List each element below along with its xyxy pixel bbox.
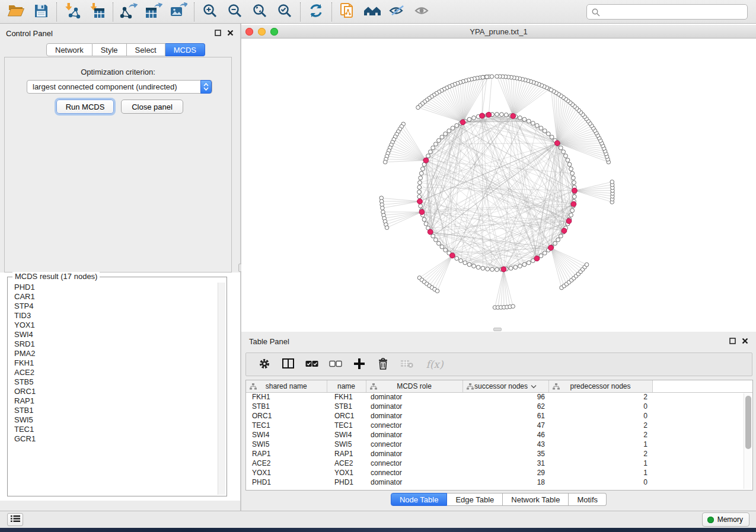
memory-label: Memory	[717, 515, 743, 524]
table-row[interactable]: SWI4SWI4dominator462	[246, 430, 752, 440]
memory-status-icon	[707, 517, 714, 523]
tab-mcds[interactable]: MCDS	[165, 43, 205, 56]
window-minimize-traffic-light[interactable]	[258, 28, 266, 36]
export-image-icon	[170, 2, 187, 21]
zoom-fit-button[interactable]	[247, 2, 272, 22]
float-panel-button[interactable]	[214, 29, 222, 37]
column-header-predecessor-nodes[interactable]: predecessor nodes	[548, 380, 652, 392]
save-session-button[interactable]	[28, 2, 53, 22]
float-table-panel-button[interactable]	[729, 337, 736, 345]
add-column-button[interactable]	[352, 355, 367, 373]
table-row[interactable]: ACE2ACE2connector311	[246, 459, 752, 468]
optimization-criterion-select[interactable]: largest connected component (undirected)	[27, 80, 212, 94]
column-header-name[interactable]: name	[327, 380, 366, 392]
tab-motifs[interactable]: Motifs	[569, 493, 607, 506]
list-item[interactable]: TID3	[9, 311, 216, 321]
table-row[interactable]: PHD1PHD1dominator180	[246, 477, 752, 487]
list-item[interactable]: RAP1	[9, 396, 216, 406]
open-session-button[interactable]	[4, 2, 28, 22]
apply-layout-button[interactable]	[304, 2, 328, 22]
tab-style[interactable]: Style	[92, 43, 127, 56]
table-scrollbar-thumb[interactable]	[745, 396, 751, 449]
list-item[interactable]: CAR1	[9, 292, 216, 302]
tab-edge-table[interactable]: Edge Table	[447, 493, 503, 506]
list-item[interactable]: ORC1	[9, 387, 216, 396]
function-builder-button[interactable]: f(x)	[423, 355, 446, 373]
tab-network-table[interactable]: Network Table	[503, 493, 569, 506]
horizontal-splitter[interactable]	[493, 328, 502, 331]
zoom-selected-button[interactable]	[272, 2, 297, 22]
table-row[interactable]: SWI5SWI5connector431	[246, 440, 752, 449]
list-item[interactable]: STP4	[9, 302, 216, 311]
list-item[interactable]: STB5	[9, 377, 216, 387]
export-network-button[interactable]	[116, 2, 141, 22]
zoom-fit-icon	[252, 3, 267, 20]
mcds-result-list[interactable]: PHD1CAR1STP4TID3YOX1SWI4SRD1PMA2FKH1ACE2…	[9, 283, 216, 495]
copy-network-button[interactable]	[335, 2, 360, 22]
split-table-view-button[interactable]	[280, 355, 296, 373]
tab-network[interactable]: Network	[46, 43, 92, 56]
tab-select[interactable]: Select	[127, 43, 165, 56]
table-panel-tabs: Node TableEdge TableNetwork TableMotifs	[241, 493, 756, 506]
list-item[interactable]: SWI4	[9, 330, 216, 339]
hide-selected-button[interactable]	[385, 2, 410, 22]
column-header-successor-nodes[interactable]: successor nodes	[462, 380, 548, 392]
window-close-traffic-light[interactable]	[245, 28, 253, 36]
column-header-shared-name[interactable]: shared name	[246, 380, 327, 392]
run-mcds-button[interactable]: Run MCDS	[56, 100, 114, 114]
list-item[interactable]: FKH1	[9, 358, 216, 368]
column-header-mcds-role[interactable]: MCDS role	[366, 380, 462, 392]
mcds-result-groupbox: MCDS result (17 nodes) PHD1CAR1STP4TID3Y…	[7, 277, 227, 496]
table-scrollbar[interactable]	[744, 393, 752, 489]
list-item[interactable]: ACE2	[9, 368, 216, 377]
list-item[interactable]: SWI5	[9, 415, 216, 425]
mcds-list-scrollbar[interactable]	[218, 283, 225, 495]
list-item[interactable]: TEC1	[9, 425, 216, 434]
list-item[interactable]: YOX1	[9, 321, 216, 330]
table-row[interactable]: RAP1RAP1dominator352	[246, 449, 752, 459]
plus-icon	[354, 358, 365, 371]
zoom-out-button[interactable]	[222, 2, 247, 22]
export-table-button[interactable]	[141, 2, 166, 22]
desktop-wallpaper	[0, 528, 756, 532]
list-item[interactable]: SRD1	[9, 339, 216, 349]
list-item[interactable]: STB1	[9, 406, 216, 415]
window-zoom-traffic-light[interactable]	[270, 28, 278, 36]
delete-column-button[interactable]	[375, 355, 391, 373]
import-network-button[interactable]	[60, 2, 85, 22]
ui-settings-button[interactable]	[7, 513, 23, 526]
list-item[interactable]: GCR1	[9, 434, 216, 444]
gear-icon	[259, 358, 270, 371]
main-toolbar	[0, 0, 756, 24]
table-row[interactable]: TEC1TEC1connector472	[246, 421, 752, 430]
table-settings-button[interactable]	[257, 355, 272, 373]
close-panel-button-mcds[interactable]: Close panel	[121, 100, 183, 114]
list-item[interactable]: PMA2	[9, 349, 216, 358]
network-canvas[interactable]	[241, 39, 756, 332]
close-panel-button[interactable]	[227, 29, 234, 37]
table-row[interactable]: ORC1ORC1dominator610	[246, 411, 752, 421]
show-all-columns-button[interactable]	[304, 355, 320, 373]
export-image-button[interactable]	[166, 2, 191, 22]
table-row[interactable]: FKH1FKH1dominator962	[246, 392, 752, 402]
table-panel: Table Panel f(x) shared namenameMCDS rol…	[241, 332, 756, 511]
search-box	[586, 4, 748, 20]
memory-button[interactable]: Memory	[702, 512, 749, 527]
column-type-icon	[370, 383, 377, 390]
toolbar-separator	[56, 2, 57, 21]
open-folder-icon	[7, 3, 25, 20]
hide-all-columns-button[interactable]	[328, 355, 343, 373]
tab-node-table[interactable]: Node Table	[391, 493, 448, 506]
show-all-button[interactable]	[410, 2, 435, 22]
table-row[interactable]: YOX1YOX1connector291	[246, 468, 752, 477]
zoom-in-button[interactable]	[197, 2, 222, 22]
list-item[interactable]: PHD1	[9, 283, 216, 292]
delete-table-button[interactable]	[399, 355, 414, 373]
search-input[interactable]	[604, 5, 745, 19]
table-row[interactable]: STB1STB1dominator620	[246, 402, 752, 411]
close-table-panel-button[interactable]	[741, 337, 749, 345]
import-table-button[interactable]	[85, 2, 110, 22]
table-panel-title: Table Panel	[249, 337, 289, 346]
first-neighbors-button[interactable]	[360, 2, 385, 22]
column-type-icon	[553, 383, 560, 390]
